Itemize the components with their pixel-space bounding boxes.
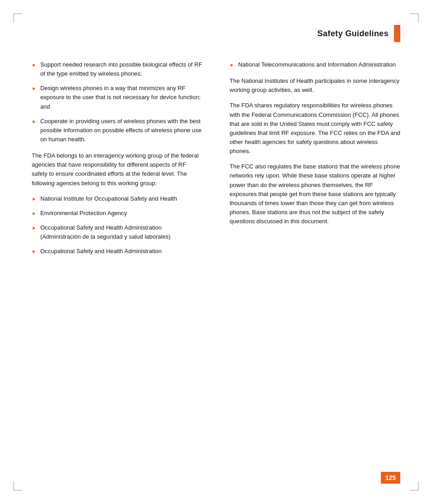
list-item: ► Occupational Safety and Health Adminis… <box>32 247 202 256</box>
agency-list: ► National Institute for Occupational Sa… <box>32 194 202 256</box>
right-bullet-list: ► National Telecommunications and Inform… <box>230 60 400 69</box>
bullet-arrow-icon: ► <box>32 210 37 217</box>
main-content: ► Support needed research into possible … <box>0 51 432 472</box>
bullet-arrow-icon: ► <box>32 118 37 125</box>
bullet-text: Occupational Safety and Health Administr… <box>40 247 162 256</box>
bullet-arrow-icon: ► <box>32 61 37 69</box>
corner-mark-tr <box>409 14 418 23</box>
bullet-arrow-icon: ► <box>32 85 37 92</box>
bullet-text: Cooperate in providing users of wireless… <box>40 117 202 144</box>
right-column: ► National Telecommunications and Inform… <box>225 60 400 454</box>
bullet-text: Support needed research into possible bi… <box>40 60 202 78</box>
right-para1: The National Institutes of Health partic… <box>230 77 400 95</box>
list-item: ► National Institute for Occupational Sa… <box>32 194 202 203</box>
bullet-text: National Telecommunications and Informat… <box>238 60 396 69</box>
bullet-arrow-icon: ► <box>32 248 37 255</box>
page-title: Safety Guidelines <box>317 29 389 38</box>
header-accent-bar <box>394 25 400 42</box>
bullet-arrow-icon: ► <box>32 224 37 232</box>
corner-mark-bl <box>14 481 23 490</box>
right-para3: The FCC also regulates the base stations… <box>230 162 400 226</box>
bullet-arrow-icon: ► <box>230 61 235 69</box>
left-para1: The FDA belongs to an interagency workin… <box>32 151 202 188</box>
left-bullet-list: ► Support needed research into possible … <box>32 60 202 144</box>
left-column: ► Support needed research into possible … <box>32 60 207 454</box>
list-item: ► Support needed research into possible … <box>32 60 202 78</box>
right-para2: The FDA shares regulatory responsibiliti… <box>230 101 400 156</box>
footer: 125 <box>0 472 432 504</box>
bullet-text: National Institute for Occupational Safe… <box>40 194 177 203</box>
page: Safety Guidelines ► Support needed resea… <box>0 0 432 504</box>
list-item: ► National Telecommunications and Inform… <box>230 60 400 69</box>
list-item: ► Occupational Safety and Health Adminis… <box>32 223 202 241</box>
corner-mark-tl <box>14 14 23 23</box>
list-item: ► Environmental Protection Agency <box>32 209 202 218</box>
bullet-text: Design wireless phones in a way that min… <box>40 84 202 111</box>
list-item: ► Design wireless phones in a way that m… <box>32 84 202 111</box>
header: Safety Guidelines <box>0 0 432 51</box>
bullet-arrow-icon: ► <box>32 195 37 203</box>
bullet-text: Occupational Safety and Health Administr… <box>40 223 202 241</box>
corner-mark-br <box>409 481 418 490</box>
list-item: ► Cooperate in providing users of wirele… <box>32 117 202 144</box>
bullet-text: Environmental Protection Agency <box>40 209 127 218</box>
page-number: 125 <box>381 472 400 484</box>
